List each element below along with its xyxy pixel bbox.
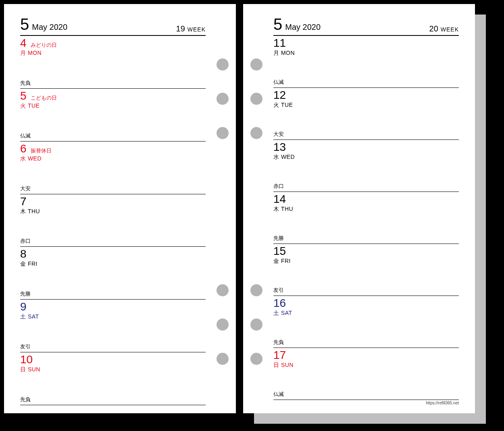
rokuyo-label: 先勝	[20, 290, 206, 299]
rokuyo-label: 仏滅	[273, 391, 459, 400]
day-of-week: 月 MON	[273, 50, 459, 57]
rokuyo-label: 仏滅	[273, 79, 459, 87]
day-row: 16土 SAT先負	[273, 296, 459, 348]
week-label: WEEK	[441, 26, 459, 33]
day-row: 17日 SUN仏滅	[273, 348, 459, 400]
day-number: 17	[273, 350, 286, 361]
day-number: 6	[20, 143, 27, 154]
rokuyo-label: 友引	[273, 287, 459, 296]
day-of-week: 木 THU	[20, 208, 206, 215]
day-row: 4みどりの日月 MON先負	[20, 36, 206, 89]
binder-hole-icon	[217, 319, 229, 331]
day-number: 16	[273, 298, 286, 309]
page-right: 5 May 2020 20 WEEK 11月 MON仏滅12火 TUE大安13水…	[243, 4, 475, 413]
day-row: 13水 WED赤口	[273, 140, 459, 192]
day-of-week: 月 MON	[20, 50, 206, 57]
binder-hole-icon	[250, 93, 262, 105]
day-row: 15金 FRI友引	[273, 244, 459, 296]
day-of-week: 水 WED	[20, 155, 206, 162]
days-container-left: 4みどりの日月 MON先負5こどもの日火 TUE仏滅6振替休日水 WED大安7木…	[20, 36, 206, 405]
day-row: 14木 THU先勝	[273, 192, 459, 244]
binder-hole-icon	[250, 319, 262, 331]
week-label: WEEK	[187, 26, 206, 33]
day-row: 8金 FRI先勝	[20, 247, 206, 300]
week-number: 19	[176, 24, 185, 33]
rokuyo-label: 大安	[20, 185, 206, 194]
rokuyo-label: 先負	[20, 79, 206, 88]
rokuyo-label: 先負	[20, 396, 206, 405]
day-row: 10日 SUN先負	[20, 352, 206, 405]
page-header: 5 May 2020 19 WEEK	[20, 15, 206, 36]
day-number: 13	[273, 142, 286, 153]
rokuyo-label: 赤口	[273, 183, 459, 192]
rokuyo-label: 先負	[273, 339, 459, 348]
day-of-week: 火 TUE	[273, 102, 459, 109]
day-of-week: 土 SAT	[273, 310, 459, 317]
day-of-week: 金 FRI	[20, 260, 206, 268]
month-text: May 2020	[32, 23, 67, 32]
day-of-week: 金 FRI	[273, 258, 459, 265]
day-row: 5こどもの日火 TUE仏滅	[20, 89, 206, 142]
day-number: 5	[20, 90, 27, 102]
day-of-week: 日 SUN	[20, 366, 206, 373]
day-row: 11月 MON仏滅	[273, 36, 459, 88]
day-row: 7木 THU赤口	[20, 194, 206, 247]
planner-spread: 5 May 2020 19 WEEK 4みどりの日月 MON先負5こどもの日火 …	[0, 0, 475, 413]
page-header: 5 May 2020 20 WEEK	[273, 15, 459, 36]
day-row: 6振替休日水 WED大安	[20, 142, 206, 194]
day-number: 15	[273, 246, 286, 257]
binder-hole-icon	[217, 93, 229, 105]
holiday-name: みどりの日	[31, 42, 57, 49]
day-row: 9土 SAT友引	[20, 300, 206, 352]
month-number: 5	[273, 15, 282, 33]
binder-hole-icon	[250, 284, 262, 296]
day-of-week: 火 TUE	[20, 102, 206, 110]
rokuyo-label: 大安	[273, 131, 459, 140]
month-number: 5	[20, 15, 29, 33]
binder-hole-icon	[217, 284, 229, 296]
rokuyo-label: 先勝	[273, 235, 459, 244]
day-number: 8	[20, 248, 27, 260]
week-number: 20	[429, 24, 438, 33]
day-number: 9	[20, 301, 27, 312]
day-number: 7	[20, 196, 27, 207]
day-row: 12火 TUE大安	[273, 88, 459, 140]
binder-hole-icon	[250, 58, 262, 71]
day-number: 10	[20, 354, 33, 365]
day-of-week: 木 THU	[273, 206, 459, 213]
binder-hole-icon	[217, 353, 229, 365]
binder-hole-icon	[217, 127, 229, 139]
day-of-week: 水 WED	[273, 154, 459, 161]
page-left: 5 May 2020 19 WEEK 4みどりの日月 MON先負5こどもの日火 …	[4, 4, 236, 413]
day-number: 14	[273, 194, 286, 205]
binder-holes-right	[250, 4, 262, 413]
day-number: 12	[273, 90, 286, 101]
binder-hole-icon	[250, 127, 262, 139]
month-text: May 2020	[285, 23, 321, 32]
footer-url: https://refill365.net	[273, 400, 459, 405]
rokuyo-label: 赤口	[20, 237, 206, 246]
holiday-name: こどもの日	[31, 94, 57, 102]
day-number: 4	[20, 37, 27, 49]
day-of-week: 日 SUN	[273, 362, 459, 369]
day-of-week: 土 SAT	[20, 313, 206, 321]
binder-holes-left	[217, 4, 229, 413]
binder-hole-icon	[250, 353, 262, 365]
days-container-right: 11月 MON仏滅12火 TUE大安13水 WED赤口14木 THU先勝15金 …	[273, 36, 459, 400]
day-number: 11	[273, 37, 286, 49]
holiday-name: 振替休日	[31, 147, 52, 154]
rokuyo-label: 仏滅	[20, 132, 206, 141]
rokuyo-label: 友引	[20, 343, 206, 352]
binder-hole-icon	[217, 58, 229, 71]
